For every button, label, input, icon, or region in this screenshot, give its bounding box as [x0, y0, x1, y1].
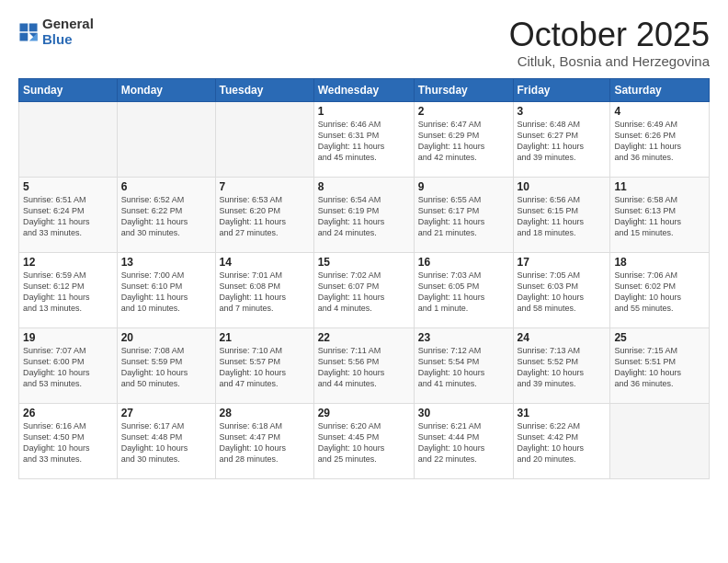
- page: General Blue October 2025 Citluk, Bosnia…: [0, 0, 728, 488]
- day-number: 11: [614, 180, 705, 193]
- day-cell: 6Sunrise: 6:52 AM Sunset: 6:22 PM Daylig…: [117, 177, 215, 252]
- day-info: Sunrise: 7:01 AM Sunset: 6:08 PM Dayligh…: [220, 270, 310, 315]
- day-number: 28: [220, 407, 310, 419]
- day-info: Sunrise: 7:13 AM Sunset: 5:52 PM Dayligh…: [518, 345, 607, 390]
- weekday-header-sunday: Sunday: [19, 78, 118, 101]
- day-info: Sunrise: 7:05 AM Sunset: 6:03 PM Dayligh…: [518, 270, 607, 315]
- day-info: Sunrise: 6:46 AM Sunset: 6:31 PM Dayligh…: [318, 119, 410, 164]
- logo-general: General: [42, 17, 94, 32]
- day-cell: 15Sunrise: 7:02 AM Sunset: 6:07 PM Dayli…: [313, 252, 414, 327]
- day-cell: 24Sunrise: 7:13 AM Sunset: 5:52 PM Dayli…: [513, 327, 610, 403]
- svg-rect-2: [19, 32, 28, 40]
- calendar: SundayMondayTuesdayWednesdayThursdayFrid…: [18, 78, 710, 479]
- day-number: 3: [518, 105, 607, 118]
- weekday-header-row: SundayMondayTuesdayWednesdayThursdayFrid…: [19, 78, 710, 101]
- day-number: 14: [220, 256, 310, 269]
- day-number: 19: [23, 331, 113, 344]
- week-row-1: 1Sunrise: 6:46 AM Sunset: 6:31 PM Daylig…: [19, 101, 710, 177]
- day-info: Sunrise: 6:20 AM Sunset: 4:45 PM Dayligh…: [318, 420, 410, 465]
- day-number: 18: [614, 256, 705, 269]
- day-cell: 21Sunrise: 7:10 AM Sunset: 5:57 PM Dayli…: [215, 327, 313, 403]
- day-info: Sunrise: 6:22 AM Sunset: 4:42 PM Dayligh…: [518, 420, 607, 465]
- day-cell: 4Sunrise: 6:49 AM Sunset: 6:26 PM Daylig…: [610, 101, 710, 177]
- day-number: 27: [121, 407, 211, 419]
- day-info: Sunrise: 6:58 AM Sunset: 6:13 PM Dayligh…: [614, 194, 705, 239]
- day-cell: 12Sunrise: 6:59 AM Sunset: 6:12 PM Dayli…: [19, 252, 118, 327]
- weekday-header-thursday: Thursday: [414, 78, 513, 101]
- day-info: Sunrise: 7:11 AM Sunset: 5:56 PM Dayligh…: [318, 345, 410, 390]
- day-cell: 1Sunrise: 6:46 AM Sunset: 6:31 PM Daylig…: [313, 101, 414, 177]
- day-cell: 14Sunrise: 7:01 AM Sunset: 6:08 PM Dayli…: [215, 252, 313, 327]
- day-cell: 17Sunrise: 7:05 AM Sunset: 6:03 PM Dayli…: [513, 252, 610, 327]
- day-info: Sunrise: 6:51 AM Sunset: 6:24 PM Dayligh…: [23, 194, 113, 239]
- day-info: Sunrise: 7:12 AM Sunset: 5:54 PM Dayligh…: [418, 345, 509, 390]
- day-info: Sunrise: 7:08 AM Sunset: 5:59 PM Dayligh…: [121, 345, 211, 390]
- day-info: Sunrise: 6:47 AM Sunset: 6:29 PM Dayligh…: [418, 119, 509, 164]
- day-cell: 27Sunrise: 6:17 AM Sunset: 4:48 PM Dayli…: [117, 403, 215, 478]
- week-row-4: 19Sunrise: 7:07 AM Sunset: 6:00 PM Dayli…: [19, 327, 710, 403]
- day-cell: 3Sunrise: 6:48 AM Sunset: 6:27 PM Daylig…: [513, 101, 610, 177]
- svg-rect-0: [19, 23, 28, 31]
- week-row-3: 12Sunrise: 6:59 AM Sunset: 6:12 PM Dayli…: [19, 252, 710, 327]
- day-cell: 8Sunrise: 6:54 AM Sunset: 6:19 PM Daylig…: [313, 177, 414, 252]
- day-number: 4: [614, 105, 705, 118]
- location-title: Citluk, Bosnia and Herzegovina: [509, 53, 710, 69]
- day-cell: 28Sunrise: 6:18 AM Sunset: 4:47 PM Dayli…: [215, 403, 313, 478]
- weekday-header-tuesday: Tuesday: [215, 78, 313, 101]
- day-cell: 5Sunrise: 6:51 AM Sunset: 6:24 PM Daylig…: [19, 177, 118, 252]
- day-cell: [610, 403, 710, 478]
- day-number: 22: [318, 331, 410, 344]
- day-info: Sunrise: 6:53 AM Sunset: 6:20 PM Dayligh…: [220, 194, 310, 239]
- day-cell: 20Sunrise: 7:08 AM Sunset: 5:59 PM Dayli…: [117, 327, 215, 403]
- day-number: 31: [518, 407, 607, 419]
- weekday-header-wednesday: Wednesday: [313, 78, 414, 101]
- day-cell: 30Sunrise: 6:21 AM Sunset: 4:44 PM Dayli…: [414, 403, 513, 478]
- day-info: Sunrise: 7:00 AM Sunset: 6:10 PM Dayligh…: [121, 270, 211, 315]
- logo-text: General Blue: [42, 17, 94, 47]
- day-info: Sunrise: 7:07 AM Sunset: 6:00 PM Dayligh…: [23, 345, 113, 390]
- day-cell: 25Sunrise: 7:15 AM Sunset: 5:51 PM Dayli…: [610, 327, 710, 403]
- day-info: Sunrise: 6:16 AM Sunset: 4:50 PM Dayligh…: [23, 420, 113, 465]
- day-info: Sunrise: 6:52 AM Sunset: 6:22 PM Dayligh…: [121, 194, 211, 239]
- day-cell: 9Sunrise: 6:55 AM Sunset: 6:17 PM Daylig…: [414, 177, 513, 252]
- day-number: 5: [23, 180, 113, 193]
- weekday-header-monday: Monday: [117, 78, 215, 101]
- day-number: 10: [518, 180, 607, 193]
- day-number: 29: [318, 407, 410, 419]
- day-number: 1: [318, 105, 410, 118]
- day-info: Sunrise: 6:21 AM Sunset: 4:44 PM Dayligh…: [418, 420, 509, 465]
- day-cell: 22Sunrise: 7:11 AM Sunset: 5:56 PM Dayli…: [313, 327, 414, 403]
- day-number: 24: [518, 331, 607, 344]
- logo: General Blue: [18, 17, 94, 47]
- day-cell: [117, 101, 215, 177]
- day-number: 20: [121, 331, 211, 344]
- svg-rect-1: [29, 23, 38, 31]
- day-cell: 29Sunrise: 6:20 AM Sunset: 4:45 PM Dayli…: [313, 403, 414, 478]
- day-cell: 11Sunrise: 6:58 AM Sunset: 6:13 PM Dayli…: [610, 177, 710, 252]
- day-number: 6: [121, 180, 211, 193]
- day-number: 30: [418, 407, 509, 419]
- logo-blue: Blue: [42, 32, 94, 48]
- day-cell: 2Sunrise: 6:47 AM Sunset: 6:29 PM Daylig…: [414, 101, 513, 177]
- day-cell: 16Sunrise: 7:03 AM Sunset: 6:05 PM Dayli…: [414, 252, 513, 327]
- weekday-header-saturday: Saturday: [610, 78, 710, 101]
- day-info: Sunrise: 6:48 AM Sunset: 6:27 PM Dayligh…: [518, 119, 607, 164]
- day-number: 13: [121, 256, 211, 269]
- day-info: Sunrise: 7:06 AM Sunset: 6:02 PM Dayligh…: [614, 270, 705, 315]
- day-number: 12: [23, 256, 113, 269]
- day-cell: 7Sunrise: 6:53 AM Sunset: 6:20 PM Daylig…: [215, 177, 313, 252]
- week-row-2: 5Sunrise: 6:51 AM Sunset: 6:24 PM Daylig…: [19, 177, 710, 252]
- day-cell: 18Sunrise: 7:06 AM Sunset: 6:02 PM Dayli…: [610, 252, 710, 327]
- day-cell: 10Sunrise: 6:56 AM Sunset: 6:15 PM Dayli…: [513, 177, 610, 252]
- day-info: Sunrise: 6:17 AM Sunset: 4:48 PM Dayligh…: [121, 420, 211, 465]
- day-info: Sunrise: 6:18 AM Sunset: 4:47 PM Dayligh…: [220, 420, 310, 465]
- logo-icon: [18, 22, 39, 42]
- month-title: October 2025: [509, 17, 710, 53]
- day-number: 26: [23, 407, 113, 419]
- day-number: 8: [318, 180, 410, 193]
- week-row-5: 26Sunrise: 6:16 AM Sunset: 4:50 PM Dayli…: [19, 403, 710, 478]
- day-number: 15: [318, 256, 410, 269]
- day-cell: 31Sunrise: 6:22 AM Sunset: 4:42 PM Dayli…: [513, 403, 610, 478]
- day-cell: [19, 101, 118, 177]
- day-number: 17: [518, 256, 607, 269]
